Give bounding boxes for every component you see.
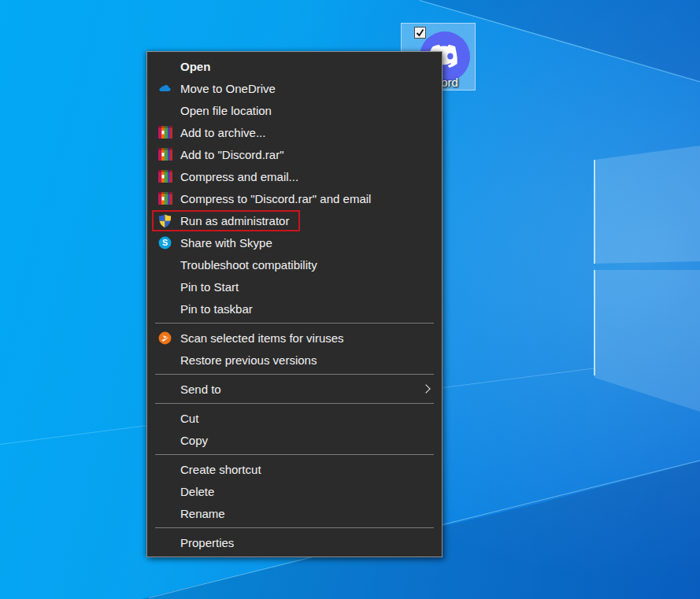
menu-item-properties[interactable]: Properties — [147, 531, 442, 553]
menu-separator — [155, 374, 434, 375]
svg-text:S: S — [162, 238, 168, 247]
menu-item-label: Create shortcut — [180, 463, 261, 476]
menu-item-label: Run as administrator — [180, 214, 289, 227]
icon-placeholder — [157, 103, 172, 118]
menu-item-open[interactable]: Open — [147, 55, 442, 77]
menu-item-create-shortcut[interactable]: Create shortcut — [147, 458, 442, 480]
menu-item-label: Scan selected items for viruses — [180, 331, 344, 345]
icon-placeholder — [157, 535, 172, 550]
menu-item-label: Cut — [180, 412, 198, 425]
context-menu: OpenMove to OneDriveOpen file locationAd… — [146, 51, 443, 557]
menu-item-label: Open file location — [180, 104, 272, 117]
menu-item-open-file-location[interactable]: Open file location — [147, 99, 442, 121]
icon-placeholder — [157, 433, 172, 448]
menu-item-label: Pin to Start — [180, 280, 239, 294]
uac-shield-icon — [157, 213, 172, 228]
icon-placeholder — [157, 301, 172, 316]
skype-icon: S — [157, 235, 172, 250]
icon-placeholder — [157, 506, 172, 521]
menu-item-rename[interactable]: Rename — [147, 502, 442, 524]
menu-separator — [155, 323, 434, 324]
menu-item-label: Pin to taskbar — [180, 302, 253, 316]
icon-placeholder — [157, 462, 172, 477]
menu-item-delete[interactable]: Delete — [147, 480, 442, 502]
windows-logo-edge — [594, 270, 595, 375]
icon-placeholder — [157, 484, 172, 499]
menu-item-troubleshoot-compatibility[interactable]: Troubleshoot compatibility — [147, 253, 442, 275]
menu-separator — [155, 454, 434, 455]
menu-item-label: Add to archive... — [180, 126, 265, 139]
windows-logo-pane-top — [594, 146, 700, 264]
winrar-icon — [157, 191, 172, 206]
menu-separator — [155, 527, 434, 528]
checkmark-icon — [415, 28, 425, 38]
menu-item-label: Delete — [180, 485, 214, 498]
menu-item-label: Compress and email... — [180, 170, 298, 183]
menu-item-send-to[interactable]: Send to — [147, 378, 442, 400]
icon-placeholder — [157, 279, 172, 294]
menu-item-add-to-discord-rar[interactable]: Add to "Discord.rar" — [147, 143, 442, 165]
icon-placeholder — [157, 411, 172, 426]
icon-placeholder — [157, 353, 172, 368]
windows-logo-edge — [594, 160, 595, 264]
menu-item-copy[interactable]: Copy — [147, 429, 442, 451]
menu-item-label: Compress to "Discord.rar" and email — [180, 192, 371, 205]
menu-item-add-to-archive[interactable]: Add to archive... — [147, 121, 442, 143]
menu-item-label: Send to — [180, 383, 221, 396]
menu-item-pin-to-start[interactable]: Pin to Start — [147, 275, 442, 298]
menu-item-label: Restore previous versions — [180, 353, 317, 367]
menu-item-label: Copy — [180, 434, 208, 447]
icon-selection-checkbox[interactable] — [414, 27, 426, 39]
menu-item-scan-selected-items-for-viruses[interactable]: Scan selected items for viruses — [147, 327, 442, 349]
menu-item-label: Rename — [180, 507, 225, 520]
menu-item-compress-and-email[interactable]: Compress and email... — [147, 165, 442, 187]
onedrive-icon — [157, 81, 172, 96]
winrar-icon — [157, 147, 172, 162]
windows-logo-wallpaper — [594, 146, 700, 382]
winrar-icon — [157, 169, 172, 184]
context-menu-items: OpenMove to OneDriveOpen file locationAd… — [147, 55, 442, 553]
menu-item-label: Add to "Discord.rar" — [180, 148, 284, 161]
menu-item-label: Open — [180, 60, 210, 73]
icon-placeholder — [157, 59, 172, 74]
menu-item-restore-previous-versions[interactable]: Restore previous versions — [147, 349, 442, 371]
desktop-background: Discord OpenMove to OneDriveOpen file lo… — [0, 0, 700, 599]
menu-item-compress-to-discord-rar-and-email[interactable]: Compress to "Discord.rar" and email — [147, 187, 442, 209]
icon-placeholder — [157, 382, 172, 397]
menu-item-run-as-administrator[interactable]: Run as administrator — [147, 209, 442, 231]
avast-icon — [157, 331, 172, 346]
menu-item-label: Move to OneDrive — [180, 82, 276, 95]
menu-item-move-to-onedrive[interactable]: Move to OneDrive — [147, 77, 442, 99]
menu-separator — [155, 403, 434, 404]
icon-placeholder — [157, 257, 172, 272]
submenu-chevron-icon — [421, 384, 430, 393]
menu-item-cut[interactable]: Cut — [147, 407, 442, 429]
menu-item-share-with-skype[interactable]: SShare with Skype — [147, 231, 442, 253]
winrar-icon — [157, 125, 172, 140]
menu-item-label: Properties — [180, 536, 234, 549]
menu-item-pin-to-taskbar[interactable]: Pin to taskbar — [147, 298, 442, 320]
menu-item-label: Share with Skype — [180, 236, 272, 250]
menu-item-label: Troubleshoot compatibility — [180, 258, 317, 272]
windows-logo-pane-bottom — [594, 270, 700, 412]
